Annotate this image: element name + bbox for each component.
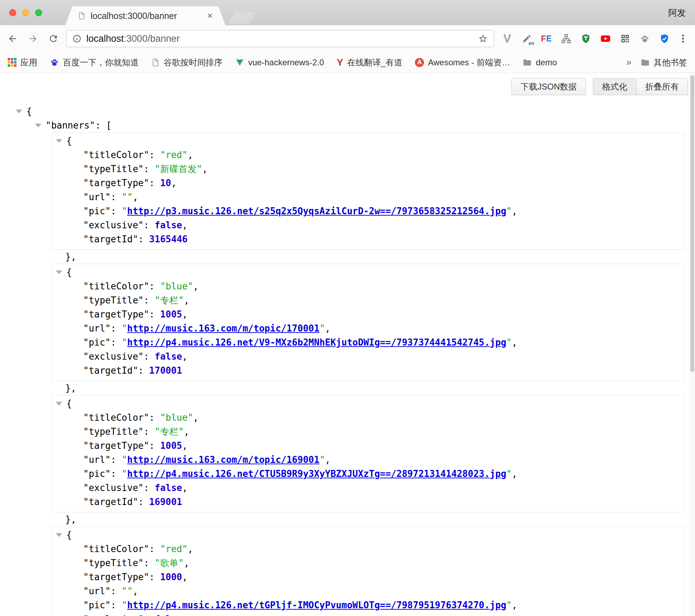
json-viewer-actions: 下载JSON数据 格式化 折叠所有 — [511, 78, 688, 95]
extension-v-icon[interactable]: V — [500, 31, 515, 46]
page-content: 下载JSON数据 格式化 折叠所有 {"banners": [{"titleCo… — [0, 73, 695, 616]
json-key: "titleColor" — [83, 281, 149, 291]
bookmarks-overflow-chevron[interactable]: » — [626, 57, 631, 68]
bookmark-item-awesomes[interactable]: A Awesomes - 前端资… — [415, 57, 510, 68]
new-tab-button[interactable] — [228, 12, 256, 24]
json-key: "titleColor" — [83, 412, 149, 423]
json-object-open-line: { — [52, 528, 684, 542]
bookmark-label: 在线翻译_有道 — [347, 57, 402, 68]
json-link[interactable]: http://music.163.com/m/topic/170001 — [127, 323, 319, 334]
json-text: " — [506, 600, 512, 610]
json-text: , — [182, 220, 188, 230]
json-text: , — [193, 412, 199, 423]
collapse-triangle-icon[interactable] — [56, 533, 62, 537]
json-value: "blue" — [160, 281, 193, 291]
json-property-line: "pic": "http://p4.music.126.net/tGPljf-I… — [52, 598, 684, 612]
minimize-window-button[interactable] — [22, 9, 29, 16]
bookmark-item-demo[interactable]: demo — [523, 58, 557, 67]
bookmark-label: 应用 — [20, 57, 37, 68]
bookmark-label: vue-hackernews-2.0 — [248, 58, 324, 67]
bookmark-item-youdao[interactable]: Y 在线翻译_有道 — [337, 57, 402, 68]
json-key: "typeTitle" — [83, 164, 144, 174]
extension-paw-icon[interactable] — [637, 31, 652, 46]
extension-youtube-icon[interactable] — [598, 31, 613, 46]
bookmark-item-google-sort[interactable]: 谷歌按时间排序 — [151, 57, 223, 68]
collapse-triangle-icon[interactable] — [35, 124, 41, 127]
bookmark-item-vue[interactable]: vue-hackernews-2.0 — [235, 58, 324, 67]
json-text: " — [506, 206, 512, 216]
browser-tab[interactable]: localhost:3000/banner × — [65, 6, 225, 25]
scrollbar-track[interactable] — [689, 73, 695, 616]
zoom-window-button[interactable] — [35, 9, 42, 16]
address-path: :3000/banner — [124, 33, 180, 44]
baidu-paw-icon — [50, 58, 59, 67]
address-host: localhost — [86, 33, 124, 44]
json-text: , — [512, 337, 517, 348]
json-link[interactable]: http://p4.music.126.net/V9-MXz6b2MNhEKju… — [127, 337, 506, 348]
address-bar[interactable]: localhost:3000/banner — [66, 30, 494, 47]
extension-shield-t-icon[interactable] — [578, 31, 593, 46]
download-json-button[interactable]: 下载JSON数据 — [511, 78, 586, 95]
json-text: , — [133, 192, 138, 202]
json-key: "pic" — [83, 468, 111, 479]
collapse-triangle-icon[interactable] — [16, 110, 22, 113]
bookmark-item-baidu[interactable]: 百度一下，你就知道 — [50, 57, 139, 68]
json-key: "banners" — [46, 120, 95, 131]
forward-button[interactable] — [25, 31, 41, 46]
json-object-box: {"titleColor": "red","typeTitle": "歌单","… — [52, 526, 684, 616]
extension-fe-icon[interactable]: FE — [539, 31, 554, 46]
json-text: , — [133, 586, 138, 596]
format-button[interactable]: 格式化 — [593, 78, 636, 95]
json-text: " — [122, 600, 127, 610]
json-text: : — [144, 483, 154, 493]
json-text: : — [144, 558, 154, 568]
reload-button[interactable] — [46, 31, 61, 46]
other-bookmarks-label: 其他书签 — [654, 57, 687, 68]
collapse-triangle-icon[interactable] — [56, 402, 62, 406]
close-window-button[interactable] — [9, 9, 16, 16]
tab-close-icon[interactable]: × — [207, 11, 213, 21]
extension-translate-en-icon[interactable]: en — [519, 31, 534, 46]
json-value: "新碟首发" — [155, 164, 202, 174]
browser-menu-icon[interactable] — [676, 31, 690, 46]
collapse-triangle-icon[interactable] — [56, 139, 62, 143]
json-text: : — [144, 426, 154, 437]
json-property-line: "typeTitle": "专栏", — [52, 425, 684, 439]
youdao-icon: Y — [337, 57, 343, 68]
json-link[interactable]: http://p4.music.126.net/CTU5B9R9y3XyYBZX… — [127, 468, 506, 479]
json-value: false — [155, 351, 182, 362]
json-value: "歌单" — [155, 558, 184, 568]
extension-qr-icon[interactable] — [618, 31, 633, 46]
bookmark-item-apps[interactable]: 应用 — [8, 57, 37, 68]
json-text: : — [111, 206, 121, 216]
scrollbar-thumb[interactable] — [690, 75, 694, 372]
info-icon[interactable] — [72, 34, 81, 43]
bookmark-star-icon[interactable] — [478, 34, 488, 44]
json-link[interactable]: http://p3.music.126.net/s25q2x5QyqsAzilC… — [127, 206, 506, 216]
json-value: "red" — [160, 150, 187, 160]
json-key: "exclusive" — [83, 483, 144, 493]
json-text: " — [122, 337, 127, 348]
collapse-all-button[interactable]: 折叠所有 — [636, 78, 688, 95]
json-key: "typeTitle" — [83, 558, 144, 568]
other-bookmarks-folder[interactable]: 其他书签 — [641, 57, 687, 68]
json-property-line: "exclusive": false, — [52, 218, 684, 232]
json-text: , — [202, 164, 208, 174]
json-link[interactable]: http://p4.music.126.net/tGPljf-IMOCyPvum… — [127, 600, 506, 610]
extension-sitemap-icon[interactable] — [559, 31, 574, 46]
json-object-box: {"titleColor": "red","typeTitle": "新碟首发"… — [52, 132, 684, 250]
json-link[interactable]: http://music.163.com/m/topic/169001 — [127, 454, 319, 465]
json-text: : — [111, 454, 121, 465]
json-key: "typeTitle" — [83, 295, 144, 306]
bookmark-label: demo — [536, 58, 557, 67]
json-key: "titleColor" — [83, 150, 149, 160]
json-text: , — [171, 178, 177, 188]
json-text: , — [182, 614, 188, 616]
vue-icon — [235, 58, 244, 67]
json-text: , — [182, 483, 188, 493]
json-value: "blue" — [160, 412, 193, 423]
extension-shield-check-icon[interactable] — [657, 31, 672, 46]
collapse-triangle-icon[interactable] — [56, 270, 62, 274]
bookmark-label: 百度一下，你就知道 — [63, 57, 139, 68]
back-button[interactable] — [5, 31, 20, 46]
